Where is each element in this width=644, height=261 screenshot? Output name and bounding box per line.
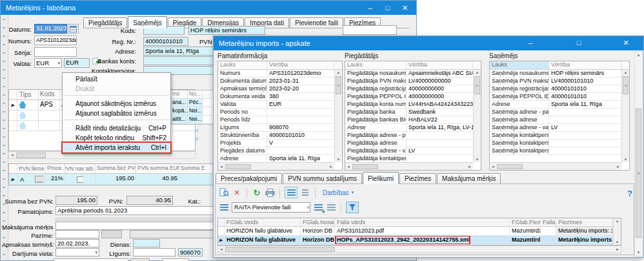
menu-item[interactable]: Kopēt tekošo rindiņu Shift+F2 [63,133,170,143]
table-row[interactable]: aitīt... Nei... [171,116,213,124]
add-view-icon[interactable]: + [313,202,323,213]
field-row[interactable]: Saņēmēja reģistrācijas ...40000101010 [490,85,621,93]
menu-item[interactable]: Rādīt rindu detalizāciju Ctrl+P [63,123,170,133]
menu-item[interactable]: Pārlasīt [63,74,170,84]
scrollbar-thumb[interactable]: ≡ [623,76,629,94]
field-row[interactable]: ProjektsV [218,140,334,147]
edit-view-icon[interactable] [326,202,336,213]
scrollbar-thumb[interactable]: ≡ [336,76,341,94]
print-icon[interactable] [265,187,275,198]
list-view-icon[interactable] [285,187,297,198]
field-row[interactable]: Piegādes datums [218,147,334,155]
menu-item[interactable]: Atvērt importa ierakstu Ctrl+I [63,143,170,152]
field-row[interactable]: Saņēmēja adrese - papi... [490,109,621,116]
checkbox[interactable] [77,176,83,183]
bankas-konts-field[interactable] [143,56,216,65]
minimize-icon[interactable]: – [521,36,540,50]
files-view-select[interactable]: RAITA Pievienotie faili ∨ [232,202,310,213]
apmaksas-terminjs-field[interactable]: 20.02.2023. [55,239,99,247]
field-row[interactable]: Struktūrvienība40000101010 [218,132,334,140]
horizontal-scrollbar[interactable]: ◄► [345,162,473,170]
menu-item[interactable]: Atjaunot saglabātos izmērus [63,109,170,118]
field-row[interactable]: Saņēmēja kontaktperso... [490,147,621,155]
tab[interactable]: Pielikumi [363,172,399,184]
vat-row[interactable]: ▶ A… 21% 195.00 40.95 [9,174,213,185]
minimize-icon[interactable]: – [361,4,379,12]
scrollbar-thumb[interactable] [497,164,523,169]
field-row[interactable]: Saņēmēja PVN maksātā...LV40000101010 [490,78,621,85]
field-row[interactable]: NumursAPS31012023demo [218,70,334,78]
menu-item[interactable] [64,95,169,98]
help-icon[interactable]: ? [627,189,632,198]
adrese-field[interactable]: Sporta iela 11, Rīga [143,47,216,56]
field-row[interactable]: Piegādātāja nosaukumsApsaimniekotājs ABC… [345,70,473,78]
field-row[interactable]: AdreseSporta iela 11, Rīga [490,101,621,109]
field-row[interactable]: AdreseSporta iela 11, Rīga [218,155,334,162]
horizontal-scrollbar[interactable]: ◄► [218,162,334,170]
refresh-icon[interactable]: ↻ [252,187,262,198]
horizontal-scrollbar[interactable]: ◄► [490,162,621,170]
calendar-icon[interactable] [68,24,79,34]
scrollbar-thumb[interactable] [352,164,378,169]
scrollbar-thumb[interactable] [225,164,251,169]
scrollbar-thumb[interactable]: ≡ [474,76,480,94]
field-row[interactable]: Piegādātāja PEPPOL ID40000000000 [345,93,473,101]
tab[interactable]: PVN summu sadalījums [283,173,362,184]
kods-name-field[interactable]: HOP rēķini seminārs [188,26,265,35]
tab[interactable]: Piezīmes [399,173,436,184]
pamatojums-field[interactable]: Aprēķina periods 01.2023 [55,206,214,215]
field-row[interactable]: Dokumenta datums2023-01-31 [218,78,334,85]
dienas-field[interactable] [133,239,160,247]
reg-nr-field[interactable]: 40000101010 [143,37,188,46]
lookup-icon[interactable]: … [35,176,44,183]
menu-item[interactable] [64,120,169,122]
ligums-number-field[interactable]: 908070 [178,248,203,256]
field-row[interactable]: ValūtaEUR [218,101,334,109]
field-row[interactable]: Apmaksas termiņš2023-02-20 [218,85,334,93]
field-row[interactable]: Piegādātāja reģistrācija...40000000000 [345,85,473,93]
delete-icon[interactable]: ✕ [232,187,242,198]
field-row[interactable]: Līgums908070 [218,124,334,132]
filter-icon[interactable] [346,202,359,213]
extra-field[interactable] [343,25,397,35]
vertical-scrollbar[interactable]: ▲▼ [613,218,621,245]
saved-views-icon[interactable] [219,202,229,213]
field-row[interactable]: Saņēmēja kontaktperso... [490,140,621,147]
maximize-icon[interactable]: □ [379,4,396,12]
field-row[interactable]: Piegādātāja adrese [345,140,473,147]
field-row[interactable]: Periods no [218,109,334,116]
field-row[interactable]: Piegādātāja adrese - p... [345,132,473,140]
scrollbar-thumb[interactable] [225,247,335,252]
maksajuma-merkis-field[interactable] [55,222,214,230]
field-row[interactable]: Periods līdz [218,116,334,124]
numurs-field[interactable]: APS31012023demo [34,36,77,45]
field-row[interactable]: Saņēmēja adrese [490,116,621,124]
tab[interactable]: Saņēmējs [128,16,166,28]
details-view-icon[interactable] [300,187,310,198]
vertical-scrollbar[interactable]: ▲≡▼ [473,70,481,162]
close-icon[interactable]: ✕ [614,36,638,50]
horizontal-scrollbar[interactable]: ◄ ► [217,245,621,253]
pazime-button[interactable] [101,230,122,238]
field-row[interactable]: Piegādātāja bankas BIC...HABALV22 [345,116,473,124]
window-vertical-scrollbar[interactable]: ▲ ≡ ▼ [634,51,643,256]
scroll-left-icon[interactable]: ◄ [9,153,15,157]
tab[interactable]: Maksājuma mērķis [437,173,501,184]
field-row[interactable]: Piegādātāja bankaSwedbank [345,109,473,116]
field-row[interactable]: Piegādātāja PVN maksā...LV40000000000 [345,78,473,85]
field-row[interactable]: Saņēmēja PEPPOL ID40000101010 [490,93,621,101]
pazime-field[interactable] [55,230,99,238]
actions-menu[interactable]: Darbības [323,189,349,196]
table-row[interactable]: ana... Pēc... [171,99,213,107]
field-row[interactable]: AdreseSporta iela 11, Rīga, LV-1013 [345,124,473,132]
tab[interactable]: Pievienotie faili [290,17,343,28]
field-row[interactable]: Piegādātāja adrese - v...LV [345,147,473,155]
field-row[interactable]: Piegādātāja konta numursLV44HABA42424343… [345,101,473,109]
field-row[interactable]: Saņēmēja adrese - valstsLV [490,124,621,132]
file-row[interactable]: ▶ HORIZON failu glabātuve Horizon DB M..… [218,236,621,245]
vertical-scrollbar[interactable]: ▲≡▼ [334,70,342,162]
tab[interactable]: Preces/pakalpojumi [216,173,282,184]
file-row[interactable]: ▶ HORIZON failu glabātuve Horizon DB M..… [218,227,621,236]
datums-field[interactable]: 31.01.2023. [34,24,67,34]
field-row[interactable]: Piegādātāja kontaktper... [345,155,473,162]
